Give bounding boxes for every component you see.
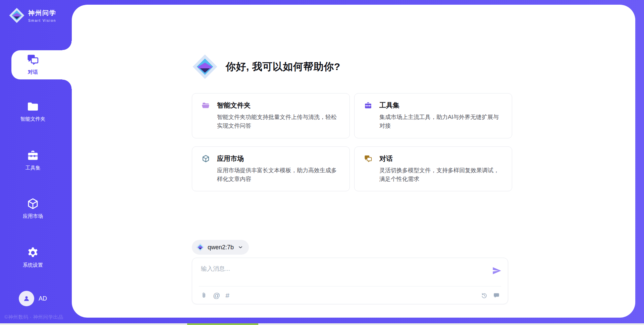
send-icon	[492, 266, 501, 275]
bottom-edge-strip	[0, 323, 644, 325]
card-title: 应用市场	[217, 154, 244, 163]
feature-card-smart-folder[interactable]: 智能文件夹 智能文件夹功能支持批量文件上传与清洗，轻松实现文件问答	[192, 93, 350, 138]
chat-icon	[364, 154, 372, 163]
card-description: 灵活切换多模型文件，支持多样回复效果调试，满足个性化需求	[379, 166, 502, 184]
assistant-logo-icon	[192, 54, 218, 80]
model-selector[interactable]: qwen2:7b	[192, 240, 249, 255]
brand-logo-icon	[9, 7, 25, 23]
cube-icon	[202, 154, 210, 163]
sidebar-item-chat[interactable]: 对话	[0, 53, 66, 75]
user-profile[interactable]: AD	[0, 291, 66, 306]
sidebar-item-label: 工具集	[25, 165, 41, 171]
chevron-down-icon	[237, 244, 244, 250]
brand-name: 神州问学	[28, 9, 56, 17]
sidebar: 神州问学 Smart Vision 对话 智能文件夹	[0, 0, 72, 325]
sidebar-item-settings[interactable]: 系统设置	[0, 246, 66, 268]
chat-icon	[26, 53, 39, 66]
person-icon	[22, 294, 31, 303]
card-title: 工具集	[379, 101, 399, 110]
history-icon[interactable]	[481, 292, 488, 299]
brand-subtitle: Smart Vision	[28, 18, 56, 22]
folder-icon	[202, 101, 210, 110]
sidebar-item-toolset[interactable]: 工具集	[0, 149, 66, 171]
composer-divider	[199, 286, 501, 286]
card-title: 对话	[379, 154, 393, 163]
avatar	[19, 291, 34, 306]
chat-bubble-icon[interactable]	[493, 292, 500, 299]
main-panel: 你好, 我可以如何帮助你? 智能文件夹 智能文件夹功能支持批量文件上传与清洗，轻…	[72, 5, 635, 318]
sidebar-item-label: 系统设置	[23, 262, 43, 268]
sidebar-item-app-market[interactable]: 应用市场	[0, 197, 66, 219]
feature-card-chat[interactable]: 对话 灵活切换多模型文件，支持多样回复效果调试，满足个性化需求	[354, 146, 512, 192]
feature-cards: 智能文件夹 智能文件夹功能支持批量文件上传与清洗，轻松实现文件问答 工具集 集	[192, 93, 508, 191]
card-description: 集成市场上主流工具，助力AI与外界无缝扩展与对接	[379, 113, 502, 131]
toolbox-icon	[26, 149, 39, 162]
copyright-text: ©神州数码 · 神州问学出品	[4, 314, 70, 320]
greeting-title: 你好, 我可以如何帮助你?	[226, 60, 340, 74]
greeting: 你好, 我可以如何帮助你?	[192, 54, 340, 80]
message-input[interactable]	[200, 264, 479, 283]
message-composer: @ #	[192, 258, 508, 304]
toolbox-icon	[364, 101, 372, 110]
card-description: 应用市场提供丰富长文本模板，助力高效生成多样化文章内容	[217, 166, 340, 184]
sidebar-item-label: 智能文件夹	[20, 116, 46, 122]
gear-icon	[26, 246, 39, 259]
cube-icon	[26, 197, 39, 210]
send-button[interactable]	[492, 266, 502, 276]
sidebar-item-smart-folder[interactable]: 智能文件夹	[0, 100, 66, 122]
folder-icon	[26, 100, 39, 113]
card-title: 智能文件夹	[217, 101, 251, 110]
attachment-icon[interactable]	[200, 292, 208, 299]
feature-card-toolset[interactable]: 工具集 集成市场上主流工具，助力AI与外界无缝扩展与对接	[354, 93, 512, 138]
feature-card-app-market[interactable]: 应用市场 应用市场提供丰富长文本模板，助力高效生成多样化文章内容	[192, 146, 350, 192]
model-name: qwen2:7b	[208, 244, 234, 251]
hashtag-icon[interactable]: #	[225, 292, 229, 299]
sidebar-item-label: 应用市场	[23, 213, 43, 219]
model-logo-icon	[196, 243, 205, 252]
sidebar-item-label: 对话	[28, 69, 38, 75]
brand: 神州问学 Smart Vision	[9, 7, 56, 23]
bottom-edge-green-segment	[187, 323, 258, 325]
card-description: 智能文件夹功能支持批量文件上传与清洗，轻松实现文件问答	[217, 113, 340, 131]
user-initials: AD	[39, 295, 47, 302]
mention-at-icon[interactable]: @	[213, 292, 220, 299]
